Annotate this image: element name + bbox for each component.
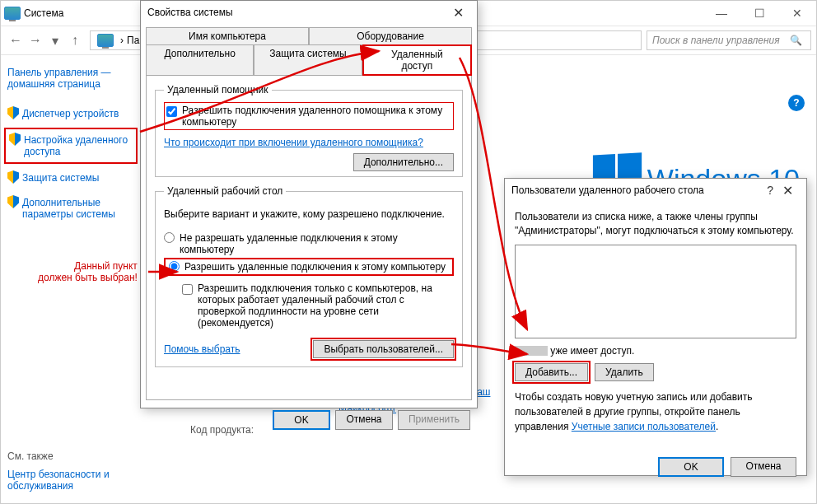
sidebar-item-device-manager[interactable]: Диспетчер устройств	[7, 101, 134, 126]
allow-remote-assistance-checkbox[interactable]	[166, 106, 177, 117]
apply-button[interactable]: Применить	[398, 410, 470, 430]
breadcrumb-icon	[97, 34, 114, 47]
remote-assistance-help-link[interactable]: Что происходит при включении удаленного …	[164, 137, 454, 148]
remote-desktop-group: Удаленный рабочий стол Выберите вариант …	[155, 185, 463, 367]
ok-button[interactable]: OK	[273, 410, 330, 430]
back-button[interactable]: ←	[6, 30, 26, 50]
dialog-button-row: OK Отмена Применить	[141, 405, 477, 435]
search-input[interactable]: Поиск в панели управления 🔍	[647, 30, 811, 50]
add-user-button[interactable]: Добавить...	[515, 363, 588, 381]
dialog-titlebar: Свойства системы ✕	[141, 1, 477, 24]
system-icon	[4, 7, 21, 20]
dialog-titlebar: Пользователи удаленного рабочего стола ?…	[505, 179, 806, 202]
forward-button[interactable]: →	[26, 30, 45, 50]
remove-user-button[interactable]: Удалить	[595, 363, 654, 381]
shield-icon	[9, 133, 21, 146]
cancel-button[interactable]: Отмена	[335, 410, 393, 430]
users-listbox[interactable]	[515, 245, 796, 338]
tab-panel-remote: Удаленный помощник Разрешить подключения…	[146, 75, 472, 400]
shield-icon	[7, 170, 19, 184]
close-button[interactable]: ✕	[775, 183, 800, 198]
sidebar-item-remote-settings[interactable]: Настройка удаленного доступа	[4, 128, 138, 164]
ok-button[interactable]: OK	[658, 457, 724, 477]
remote-desktop-users-dialog: Пользователи удаленного рабочего стола ?…	[504, 178, 807, 476]
help-icon[interactable]: ?	[788, 95, 805, 111]
username-redacted	[515, 346, 548, 356]
up-button[interactable]: ↑	[65, 30, 85, 50]
tab-computer-name[interactable]: Имя компьютера	[146, 27, 309, 44]
minimize-button[interactable]: —	[703, 1, 740, 26]
maximize-button[interactable]: ☐	[740, 1, 778, 26]
recent-dropdown[interactable]: ▾	[45, 30, 65, 50]
cancel-button[interactable]: Отмена	[731, 457, 796, 477]
tab-strip: Имя компьютера Оборудование Дополнительн…	[141, 24, 477, 75]
tab-hardware[interactable]: Оборудование	[309, 27, 472, 44]
sidebar-item-advanced[interactable]: Дополнительные параметры системы	[7, 190, 134, 226]
system-properties-dialog: Свойства системы ✕ Имя компьютера Оборуд…	[140, 0, 478, 408]
allow-remote-radio[interactable]	[169, 261, 180, 272]
close-button[interactable]: ✕	[446, 5, 470, 21]
nla-checkbox[interactable]	[182, 284, 193, 295]
shield-icon	[7, 195, 19, 208]
select-users-button[interactable]: Выбрать пользователей...	[313, 340, 454, 358]
tab-advanced[interactable]: Дополнительно	[146, 44, 254, 75]
security-center-link[interactable]: Центр безопасности и обслуживания	[7, 465, 134, 495]
deny-remote-radio[interactable]	[164, 232, 175, 243]
see-also-label: См. также	[7, 450, 134, 462]
help-choose-link[interactable]: Помочь выбрать	[164, 343, 240, 355]
remote-assistance-group: Удаленный помощник Разрешить подключения…	[155, 84, 463, 177]
user-accounts-link[interactable]: Учетные записи пользователей	[572, 421, 716, 432]
search-icon: 🔍	[790, 35, 802, 46]
help-button[interactable]: ?	[767, 184, 773, 197]
tab-protection[interactable]: Защита системы	[254, 44, 362, 75]
tab-remote[interactable]: Удаленный доступ	[362, 44, 472, 76]
close-button[interactable]: ✕	[778, 1, 816, 26]
shield-icon	[7, 106, 19, 119]
remote-assistance-advanced-button[interactable]: Дополнительно...	[353, 153, 454, 171]
sidebar-item-system-protection[interactable]: Защита системы	[7, 166, 134, 190]
control-panel-home-link[interactable]: Панель управления — домашняя страница	[7, 63, 134, 93]
annotation-text: Данный пункт должен быть выбран!	[38, 260, 138, 283]
